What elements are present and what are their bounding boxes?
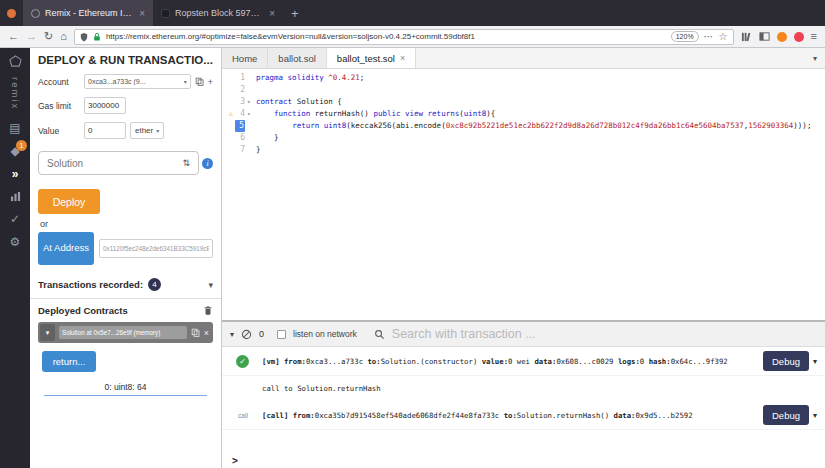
compiler-icon[interactable]: ◆ 1 (0, 145, 30, 157)
code-editor[interactable]: 1pragma solidity ^0.4.21;23▾contract Sol… (222, 69, 825, 320)
chevron-down-icon[interactable]: ▾ (813, 357, 817, 366)
value-input[interactable] (84, 122, 126, 139)
fold-icon[interactable]: ▾ (247, 96, 254, 108)
warning-icon: ⚠ (229, 108, 233, 120)
line-gutter: 7 (222, 144, 256, 156)
updown-icon: ⇅ (182, 158, 190, 168)
at-address-input[interactable] (99, 239, 213, 258)
method-output: 0: uint8: 64 (42, 382, 209, 392)
tab-close-icon[interactable]: × (400, 53, 405, 63)
clear-console-icon[interactable] (241, 329, 252, 340)
log-text: [call] from:0xca35b7d915458ef540ade6068d… (262, 411, 757, 420)
file-explorer-icon[interactable]: ▤ (0, 122, 30, 134)
code-lines: 1pragma solidity ^0.4.21;23▾contract Sol… (222, 72, 825, 156)
debug-button[interactable]: Debug (763, 405, 809, 425)
chevron-down-icon[interactable]: ▾ (813, 411, 817, 420)
debug-controls: Debug▾ (763, 351, 817, 371)
analytics-icon[interactable] (0, 191, 30, 202)
terminal-search-input[interactable] (392, 327, 817, 341)
remix-logo-icon (9, 55, 22, 68)
forward-icon[interactable]: → (26, 31, 37, 42)
library-icon[interactable] (741, 31, 752, 42)
line-gutter: 2 (222, 84, 256, 96)
collapse-icon[interactable]: ▾ (40, 324, 55, 341)
back-icon[interactable]: ← (8, 31, 19, 42)
code-text: pragma solidity ^0.4.21; (256, 72, 364, 84)
metamask-extension-icon[interactable] (777, 32, 787, 42)
extension-icon[interactable] (794, 32, 804, 42)
browser-tabbar: Remix - Ethereum IDE×Ropsten Block 59712… (0, 0, 825, 26)
terminal-toolbar: ▾ 0 listen on network (222, 322, 825, 347)
run-transactions-icon[interactable]: » (0, 168, 30, 180)
line-gutter: 3▾ (222, 96, 256, 108)
deploy-panel: DEPLOY & RUN TRANSACTIO... Account 0xca3… (30, 48, 222, 468)
contract-select[interactable]: Solution ⇅ (38, 151, 199, 175)
bookmark-star-icon[interactable]: ☆ (719, 32, 728, 42)
info-icon[interactable]: i (202, 158, 213, 169)
editor-tab[interactable]: Home (222, 48, 268, 68)
deploy-button[interactable]: Deploy (38, 189, 100, 214)
line-number: 6 (235, 132, 245, 144)
listen-checkbox[interactable] (277, 330, 286, 339)
copy-account-icon[interactable] (195, 77, 204, 86)
instance-body: return... 0: uint8: 64 (38, 343, 213, 402)
copy-address-icon[interactable] (191, 328, 200, 337)
terminal-log: ✓[vm] from:0xca3...a733c to:Solution.(co… (222, 347, 825, 376)
checks-icon[interactable]: ✓ (0, 213, 30, 225)
create-account-icon[interactable]: + (208, 77, 213, 87)
editor-tab[interactable]: ballot_test.sol× (327, 48, 416, 68)
editor-tabbar: Homeballot.solballot_test.sol× ▾ (222, 48, 825, 69)
terminal-expand-icon[interactable]: ▾ (230, 330, 234, 339)
gas-limit-input[interactable] (84, 97, 126, 114)
refresh-icon[interactable]: ↻ (44, 31, 53, 42)
return-method-button[interactable]: return... (42, 351, 96, 372)
deployed-instance: ▾ Solution at 0x5e7...26e9f (memory) × r… (38, 322, 213, 402)
tab-title: Ropsten Block 5971234 (175, 8, 264, 18)
terminal-log: call[call] from:0xca35b7d915458ef540ade6… (222, 401, 825, 430)
browser-tab[interactable]: Ropsten Block 5971234× (153, 0, 283, 26)
line-number: 3 (235, 96, 245, 108)
activity-bar: remix ▤ ◆ 1 » ✓ ⚙ (0, 48, 30, 468)
terminal-logs: ✓[vm] from:0xca3...a733c to:Solution.(co… (222, 347, 825, 453)
zoom-indicator[interactable]: 120% (671, 31, 699, 42)
editor-tab-label: ballot.sol (278, 53, 316, 64)
tab-favicon (31, 9, 40, 18)
tab-close-icon[interactable]: × (139, 8, 145, 19)
line-number: 2 (235, 84, 245, 96)
editor-tab-label: ballot_test.sol (337, 53, 395, 64)
debug-button[interactable]: Debug (763, 351, 809, 371)
new-tab-button[interactable]: + (291, 6, 299, 21)
fold-icon[interactable]: ▾ (247, 108, 254, 120)
deployed-contracts-label: Deployed Contracts (38, 305, 128, 316)
at-address-button[interactable]: At Address (38, 232, 94, 265)
tab-favicon (161, 9, 170, 18)
address-bar[interactable]: https://remix.ethereum.org/#optimize=fal… (74, 29, 734, 45)
account-select[interactable]: 0xca3...a733c (9... ▾ (84, 74, 191, 89)
code-line: 6 } (222, 132, 825, 144)
window-close-button[interactable] (7, 9, 16, 18)
trash-icon[interactable] (203, 305, 213, 316)
page-actions-icon[interactable]: ⋯ (704, 32, 714, 42)
url-text[interactable]: https://remix.ethereum.org/#optimize=fal… (106, 32, 666, 41)
terminal-prompt[interactable]: > (222, 453, 825, 468)
tab-overflow-icon[interactable]: ▾ (805, 48, 825, 68)
line-number: 5 (235, 120, 245, 132)
home-icon[interactable]: ⌂ (60, 31, 67, 42)
at-address-row: At Address (38, 232, 213, 265)
editor-tabs: Homeballot.solballot_test.sol× (222, 48, 416, 68)
instance-header[interactable]: ▾ Solution at 0x5e7...26e9f (memory) × (38, 322, 213, 343)
settings-icon[interactable]: ⚙ (0, 236, 30, 248)
line-gutter: 1 (222, 72, 256, 84)
value-unit-select[interactable]: ether ▾ (130, 122, 164, 139)
chevron-down-icon: ▾ (156, 127, 159, 134)
shield-icon[interactable] (80, 32, 88, 42)
sidebar-toggle-icon[interactable] (759, 31, 770, 42)
editor-tab[interactable]: ballot.sol (268, 48, 327, 68)
close-icon[interactable]: × (204, 328, 209, 338)
tab-title: Remix - Ethereum IDE (45, 8, 134, 18)
menu-icon[interactable]: ≡ (811, 31, 817, 42)
tab-close-icon[interactable]: × (269, 8, 275, 19)
chevron-down-icon[interactable]: ▾ (208, 280, 213, 290)
contract-selected: Solution (47, 158, 83, 169)
browser-tab[interactable]: Remix - Ethereum IDE× (23, 0, 153, 26)
